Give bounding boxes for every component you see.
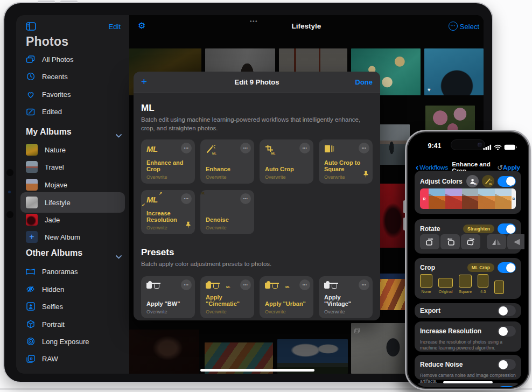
iphone-volume-down-button[interactable]	[403, 218, 405, 230]
back-button[interactable]: ‹Workflows	[416, 164, 448, 171]
sidebar-new-album-button[interactable]: + New Album	[26, 230, 80, 243]
sidebar-album-jade[interactable]: Jade	[26, 213, 60, 226]
card-options-button[interactable]: •••	[240, 193, 251, 204]
strip-white-tab[interactable]: B	[512, 188, 516, 209]
crop-ratio-4-5[interactable]: 4:5	[478, 274, 488, 294]
more-circle-icon[interactable]: ⋯	[449, 22, 458, 31]
sidebar-album-travel[interactable]: Travel	[26, 160, 64, 173]
all-photos-icon	[26, 55, 35, 64]
filter-thumbnail[interactable]	[495, 188, 512, 209]
rotate-left-button[interactable]	[440, 234, 460, 249]
export-card: Export	[415, 303, 521, 318]
card-options-button[interactable]: •••	[359, 279, 369, 290]
sidebar-item-long-exposure[interactable]: Long Exposure	[26, 335, 89, 348]
ipad-volume-down-button[interactable]	[60, 1, 78, 3]
status-time: 9:41	[423, 142, 446, 150]
select-button[interactable]: Select	[460, 23, 479, 31]
sidebar-item-all-photos[interactable]: All Photos	[26, 53, 74, 66]
concentric-circles-icon	[26, 337, 35, 346]
ipad-volume-up-button[interactable]	[38, 1, 55, 3]
sidebar-item-panoramas[interactable]: Panoramas	[26, 265, 78, 278]
ml-icon: ML	[146, 144, 158, 153]
sidebar-toggle-icon[interactable]	[26, 22, 36, 33]
preset-card-bw[interactable]: ••• Apply "BW" Overwrite	[141, 276, 195, 318]
photo-woman-portrait[interactable]	[129, 330, 199, 374]
filter-thumbnail[interactable]	[462, 188, 479, 209]
chevron-down-icon[interactable]	[116, 130, 122, 140]
preset-card-urban[interactable]: ML ••• Apply "Urban" Overwrite	[260, 276, 313, 318]
sidebar-album-nature[interactable]: Nature	[26, 143, 66, 156]
svg-text:ML: ML	[489, 182, 492, 185]
filter-thumbnail[interactable]	[478, 188, 495, 209]
sidebar-item-raw[interactable]: R RAW	[26, 352, 58, 365]
ipad-sensor	[8, 191, 11, 193]
crop-ratio-original[interactable]: Original	[438, 278, 453, 294]
sidebar-item-recents[interactable]: Recents	[26, 70, 68, 83]
iphone-home-indicator[interactable]	[443, 381, 493, 383]
filter-thumbnail[interactable]	[429, 188, 445, 209]
adjust-colors-toggle[interactable]	[498, 176, 516, 187]
flip-vertical-button[interactable]	[507, 234, 524, 249]
album-thumbnail	[26, 179, 38, 191]
card-options-button[interactable]: •••	[181, 193, 192, 204]
rotate-free-button[interactable]	[461, 234, 480, 249]
photo-blue-portrait[interactable]: ♥	[424, 48, 484, 95]
album-thumbnail	[26, 144, 38, 156]
rotate-right-button[interactable]	[420, 234, 439, 249]
reduce-noise-toggle[interactable]	[498, 359, 516, 370]
workflow-card-denoise[interactable]: ML ••• Denoise Overwrite	[200, 190, 254, 234]
crop-ratio-partial[interactable]	[494, 281, 504, 294]
crop-toggle[interactable]	[498, 262, 516, 273]
photo-rainbow-mountains[interactable]	[376, 274, 406, 310]
workflow-card-enhance[interactable]: ML ••• Enhance Overwrite	[200, 139, 254, 184]
card-options-button[interactable]: •••	[181, 143, 192, 153]
chevron-down-icon[interactable]	[116, 251, 122, 261]
card-options-button[interactable]: •••	[181, 279, 192, 290]
card-options-button[interactable]: •••	[240, 279, 251, 290]
workflow-card-enhance-and-crop[interactable]: ML ••• Enhance and Crop Overwrite	[141, 139, 195, 184]
card-options-button[interactable]: •••	[359, 143, 369, 153]
sidebar-item-hidden[interactable]: Hidden	[26, 283, 64, 296]
strip-red-tab[interactable]: R	[420, 188, 429, 209]
sidebar-item-edited[interactable]: Edited	[26, 105, 62, 118]
preset-card-cinematic[interactable]: ML ••• Apply "Cinematic" Overwrite	[200, 276, 254, 318]
duplicate-icon	[354, 326, 360, 335]
straighten-badge[interactable]: Straighten	[463, 225, 494, 233]
flip-horizontal-button[interactable]	[487, 234, 506, 249]
sidebar-edit-button[interactable]: Edit	[109, 23, 121, 31]
filter-thumbnail[interactable]	[445, 188, 462, 209]
ipad-home-indicator[interactable]	[200, 369, 314, 372]
sidebar-album-lifestyle[interactable]: Lifestyle	[26, 196, 71, 209]
card-options-button[interactable]: •••	[299, 279, 310, 290]
preserve-edits-toggle[interactable]	[498, 386, 516, 387]
increase-resolution-toggle[interactable]	[498, 326, 516, 337]
card-options-button[interactable]: •••	[299, 143, 310, 153]
workflow-card-auto-crop[interactable]: ML ••• Auto Crop Overwrite	[260, 139, 313, 184]
crop-ratio-square[interactable]: Square	[459, 275, 472, 294]
crop-label: Crop	[420, 264, 435, 271]
face-aware-button[interactable]: ML	[466, 175, 479, 187]
iphone-volume-up-button[interactable]	[403, 200, 405, 213]
battery-icon	[504, 143, 517, 152]
sidebar-album-mojave[interactable]: Mojave	[26, 178, 67, 191]
card-options-button[interactable]: •••	[240, 143, 251, 153]
crop-ratio-none[interactable]: None	[420, 274, 432, 294]
workflow-card-auto-crop-to-square[interactable]: ••• Auto Crop to Square Overwrite	[319, 139, 373, 184]
workflow-card-increase-resolution[interactable]: ML↗↙ ••• Increase Resolution Overwrite	[141, 190, 195, 234]
batch-edit-modal: + Edit 9 Photos Done ML Batch edit using…	[134, 72, 380, 320]
sidebar-item-portrait[interactable]: Portrait	[26, 318, 65, 331]
ml-crop-badge[interactable]: ML Crop	[467, 263, 494, 272]
album-title: Lifestyle	[129, 22, 484, 30]
export-toggle[interactable]	[498, 305, 516, 316]
done-button[interactable]: Done	[355, 78, 373, 86]
sidebar-item-favorites[interactable]: Favorites	[26, 88, 71, 101]
auto-enhance-button[interactable]: ML	[482, 175, 494, 187]
apply-button[interactable]: Apply	[503, 164, 520, 171]
increase-resolution-card: Increase Resolution Increase the resolut…	[415, 321, 521, 352]
raw-icon: R	[26, 355, 35, 363]
rotate-toggle[interactable]	[498, 223, 516, 234]
preset-card-vintage[interactable]: ••• Apply "Vintage" Overwrite	[319, 276, 373, 318]
modal-title: Edit 9 Photos	[134, 78, 380, 86]
sidebar-item-selfies[interactable]: Selfies	[26, 300, 63, 313]
clock-icon	[26, 72, 35, 81]
